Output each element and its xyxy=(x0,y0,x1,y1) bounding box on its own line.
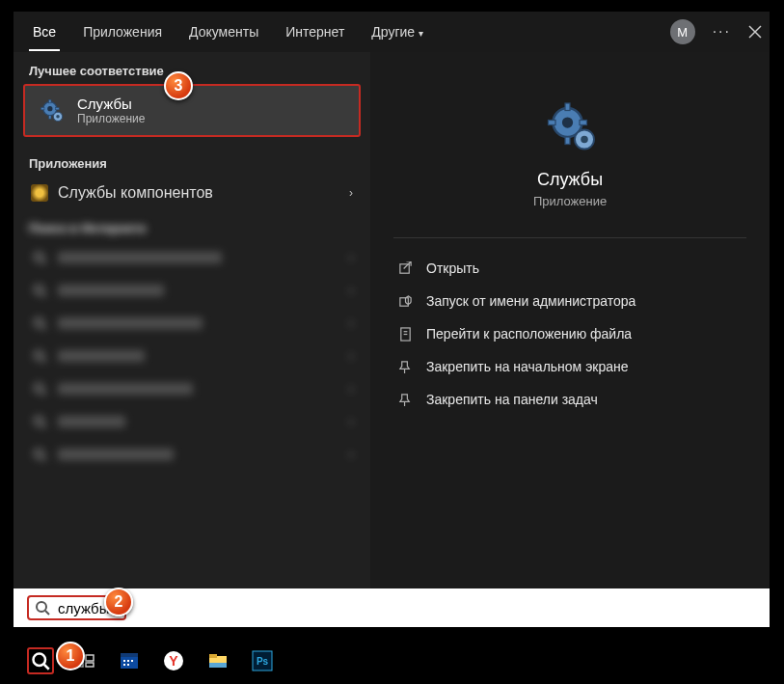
chevron-right-icon: › xyxy=(349,186,353,200)
web-result[interactable]: › xyxy=(14,241,370,274)
action-open[interactable]: Открыть xyxy=(393,252,746,285)
svg-rect-30 xyxy=(209,654,217,658)
search-icon xyxy=(31,249,48,266)
search-icon xyxy=(31,413,48,430)
avatar[interactable]: М xyxy=(670,19,695,44)
callout-1: 1 xyxy=(56,642,85,670)
action-pin-taskbar[interactable]: Закрепить на панели задач xyxy=(393,383,746,416)
svg-text:Y: Y xyxy=(169,653,178,669)
best-match-item[interactable]: Службы Приложение xyxy=(23,84,361,137)
search-icon xyxy=(31,282,48,299)
web-result[interactable]: › xyxy=(14,307,370,340)
taskbar-explorer[interactable] xyxy=(204,647,231,674)
search-text: службы xyxy=(58,600,110,616)
svg-rect-26 xyxy=(127,664,129,666)
action-pin-start[interactable]: Закрепить на начальном экране xyxy=(393,350,746,383)
action-run-admin[interactable]: Запуск от имени администратора xyxy=(393,285,746,317)
best-match-header: Лучшее соответствие xyxy=(14,52,370,84)
svg-rect-19 xyxy=(86,663,94,667)
taskbar: Y Ps xyxy=(0,638,784,684)
svg-rect-22 xyxy=(123,660,125,662)
chevron-right-icon: › xyxy=(349,349,353,363)
search-icon xyxy=(35,600,50,616)
component-services-icon xyxy=(31,184,48,202)
header: Все Приложения Документы Интернет Другие… xyxy=(14,12,770,52)
svg-rect-25 xyxy=(123,664,125,666)
callout-2: 2 xyxy=(104,588,133,616)
chevron-down-icon: ▾ xyxy=(419,28,423,39)
tab-other[interactable]: Другие▾ xyxy=(367,14,427,50)
svg-rect-12 xyxy=(399,263,408,272)
svg-rect-31 xyxy=(209,663,227,668)
apps-header: Приложения xyxy=(14,145,370,177)
actions-list: Открыть Запуск от имени администратора П… xyxy=(393,252,746,416)
tab-internet[interactable]: Интернет xyxy=(282,14,348,50)
details-subtitle: Приложение xyxy=(533,194,607,208)
chevron-right-icon: › xyxy=(349,415,353,428)
app-row-components[interactable]: Службы компонентов › xyxy=(14,177,370,209)
best-match-title: Службы xyxy=(77,96,145,112)
tab-documents[interactable]: Документы xyxy=(185,14,262,50)
open-icon xyxy=(397,260,413,276)
action-open-location[interactable]: Перейти к расположению файла xyxy=(393,317,746,350)
pin-icon xyxy=(397,392,413,407)
search-icon xyxy=(31,347,48,365)
chevron-right-icon: › xyxy=(349,251,353,264)
details-title: Службы xyxy=(537,170,603,190)
web-result[interactable]: › xyxy=(14,340,370,372)
tabs: Все Приложения Документы Интернет Другие… xyxy=(29,14,661,50)
tab-apps[interactable]: Приложения xyxy=(79,14,166,50)
results-panel: Лучшее соответствие Службы Приложение Пр… xyxy=(14,52,370,621)
app-row-label: Службы компонентов xyxy=(58,184,213,202)
gear-icon xyxy=(541,98,599,156)
search-icon xyxy=(31,315,48,332)
web-result[interactable]: › xyxy=(14,274,370,307)
web-header: Поиск в Интернете xyxy=(14,209,370,241)
chevron-right-icon: › xyxy=(349,382,353,396)
web-result[interactable]: › xyxy=(14,372,370,405)
svg-rect-24 xyxy=(131,660,133,662)
details-panel: Службы Приложение Открыть Запуск от имен… xyxy=(370,52,770,621)
svg-rect-13 xyxy=(399,297,407,305)
svg-text:Ps: Ps xyxy=(257,656,269,667)
divider xyxy=(393,237,746,238)
body: Лучшее соответствие Службы Приложение Пр… xyxy=(14,52,770,621)
tab-all[interactable]: Все xyxy=(29,14,60,51)
web-result[interactable]: › xyxy=(14,405,370,438)
search-icon xyxy=(31,446,48,463)
svg-rect-21 xyxy=(121,653,138,657)
chevron-right-icon: › xyxy=(349,448,353,461)
pin-icon xyxy=(397,359,413,374)
taskbar-calendar[interactable] xyxy=(116,647,143,674)
shield-icon xyxy=(397,293,413,309)
taskbar-photoshop[interactable]: Ps xyxy=(249,647,276,674)
search-icon xyxy=(31,380,48,397)
web-result[interactable]: › xyxy=(14,438,370,471)
taskbar-search-button[interactable] xyxy=(27,647,54,674)
close-button[interactable] xyxy=(748,25,762,39)
chevron-right-icon: › xyxy=(349,284,353,297)
folder-icon xyxy=(397,326,413,342)
search-window: Все Приложения Документы Интернет Другие… xyxy=(14,12,770,621)
callout-3: 3 xyxy=(164,71,193,100)
gear-icon xyxy=(37,96,66,125)
chevron-right-icon: › xyxy=(349,316,353,330)
svg-rect-23 xyxy=(127,660,129,662)
taskbar-yandex[interactable]: Y xyxy=(160,647,187,674)
header-right: М ··· xyxy=(670,19,762,44)
more-icon[interactable]: ··· xyxy=(713,23,731,41)
svg-rect-18 xyxy=(86,655,94,661)
best-match-subtitle: Приложение xyxy=(77,112,145,125)
